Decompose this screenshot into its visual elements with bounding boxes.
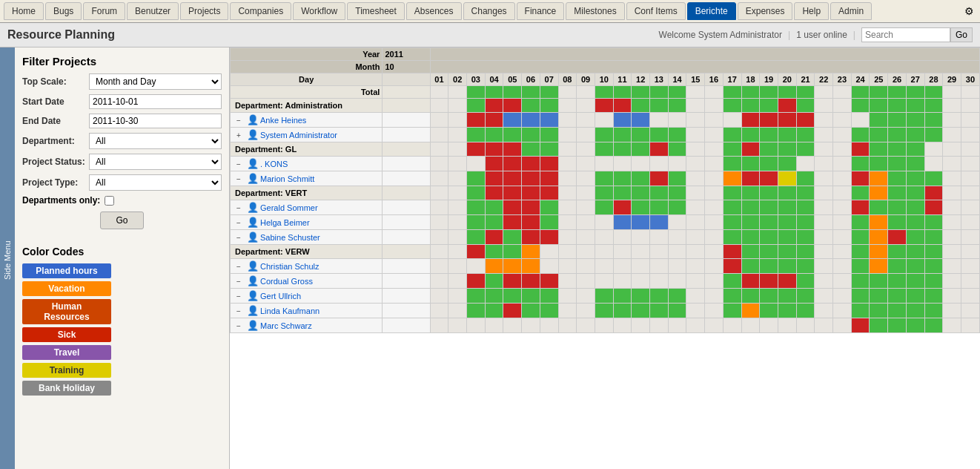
day-cell — [833, 186, 852, 200]
day-cell — [815, 113, 833, 128]
dept-row: Department: Administration — [231, 99, 980, 113]
day-cell — [906, 230, 924, 245]
person-link[interactable]: Linda Kaufmann — [260, 306, 320, 315]
day-cell — [430, 289, 448, 304]
day-cell — [943, 259, 961, 274]
top-scale-select[interactable]: Month and Day Month Week and Day — [89, 73, 222, 90]
tab-companies[interactable]: Companies — [230, 2, 291, 20]
expand-button[interactable]: − — [236, 204, 245, 212]
tab-benutzer[interactable]: Benutzer — [127, 2, 179, 20]
expand-button[interactable]: − — [236, 160, 245, 168]
project-type-select[interactable]: All — [89, 174, 222, 191]
day-cell — [851, 86, 870, 99]
tab-home[interactable]: Home — [4, 2, 44, 20]
online-count: 1 user online — [796, 30, 847, 40]
end-date-input[interactable] — [89, 114, 222, 128]
day-cell — [448, 157, 467, 171]
day-cell — [741, 318, 760, 333]
search-input[interactable] — [861, 27, 950, 42]
person-link[interactable]: Helga Beimer — [260, 218, 310, 227]
side-menu-tab[interactable]: Side Menu — [0, 47, 15, 469]
day-cell — [577, 86, 595, 99]
person-link[interactable]: Gerald Sommer — [260, 203, 318, 212]
day-cell — [503, 245, 522, 259]
person-link[interactable]: . KONS — [260, 160, 288, 168]
expand-button[interactable]: − — [236, 278, 245, 286]
tab-admin[interactable]: Admin — [830, 2, 872, 20]
day-cell — [632, 171, 650, 186]
day-cell — [430, 186, 448, 200]
expand-button[interactable]: − — [236, 234, 245, 242]
day-header-12: 12 — [632, 73, 650, 86]
tab-finance[interactable]: Finance — [517, 2, 565, 20]
day-cell — [522, 128, 540, 142]
person-link[interactable]: System Administrator — [260, 131, 337, 140]
person-link[interactable]: Anke Heines — [260, 116, 306, 125]
tab-berichte[interactable]: Berichte — [687, 2, 736, 20]
expand-button[interactable]: − — [236, 322, 245, 330]
day-cell — [558, 157, 577, 171]
person-link[interactable]: Sabine Schuster — [260, 233, 320, 242]
day-header-26: 26 — [888, 73, 907, 86]
day-cell — [796, 215, 815, 230]
dept-row: Department: VERW — [231, 245, 980, 259]
department-select[interactable]: All — [89, 133, 222, 149]
person-link[interactable]: Marc Schwarz — [260, 321, 312, 330]
tab-milestones[interactable]: Milestones — [566, 2, 624, 20]
expand-button[interactable]: − — [236, 175, 245, 183]
expand-button[interactable]: − — [236, 117, 245, 125]
wrench-icon[interactable]: ⚙ — [961, 5, 977, 17]
person-link[interactable]: Christian Schulz — [260, 262, 319, 271]
day-cell — [668, 128, 686, 142]
tab-timesheet[interactable]: Timesheet — [347, 2, 405, 20]
dept-only-checkbox[interactable] — [105, 196, 114, 206]
filter-go-button[interactable]: Go — [100, 211, 143, 229]
day-cell — [448, 289, 467, 304]
tab-forum[interactable]: Forum — [83, 2, 125, 20]
person-link[interactable]: Gert Ullrich — [260, 292, 301, 301]
person-link[interactable]: Cordual Gross — [260, 277, 313, 286]
tab-bugs[interactable]: Bugs — [45, 2, 82, 20]
day-cell — [760, 113, 778, 128]
tab-workflow[interactable]: Workflow — [293, 2, 345, 20]
tab-projects[interactable]: Projects — [180, 2, 228, 20]
tab-help[interactable]: Help — [794, 2, 829, 20]
day-cell — [741, 304, 760, 318]
day-cell — [888, 318, 907, 333]
expand-button[interactable]: − — [236, 219, 245, 227]
day-cell — [851, 215, 870, 230]
day-cell — [943, 318, 961, 333]
day-cell — [613, 200, 632, 215]
expand-button[interactable]: − — [236, 292, 245, 301]
day-cell — [760, 171, 778, 186]
day-cell — [778, 318, 796, 333]
day-cell — [430, 157, 448, 171]
day-cell — [723, 157, 741, 171]
day-cell — [686, 99, 705, 113]
day-cell — [650, 274, 669, 289]
day-cell — [467, 200, 486, 215]
search-go-button[interactable]: Go — [950, 27, 973, 42]
tab-conf-items[interactable]: Conf Items — [626, 2, 686, 20]
tab-changes[interactable]: Changes — [463, 2, 515, 20]
start-date-label: Start Date — [22, 96, 89, 107]
day-cell — [668, 259, 686, 274]
expand-button[interactable]: − — [236, 307, 245, 315]
day-cell — [778, 186, 796, 200]
day-header-27: 27 — [906, 73, 924, 86]
person-link[interactable]: Marion Schmitt — [260, 174, 314, 183]
tab-absences[interactable]: Absences — [406, 2, 462, 20]
project-status-select[interactable]: All — [89, 154, 222, 170]
person-row: −👤Gerald Sommer — [231, 200, 980, 215]
day-cell — [467, 86, 486, 99]
day-cell — [577, 128, 595, 142]
day-cell — [540, 113, 558, 128]
tab-expenses[interactable]: Expenses — [738, 2, 793, 20]
day-cell — [467, 186, 486, 200]
day-cell — [943, 86, 961, 99]
day-cell — [430, 86, 448, 99]
start-date-input[interactable] — [89, 94, 222, 109]
day-cell — [943, 113, 961, 128]
expand-button[interactable]: − — [236, 263, 245, 271]
expand-button[interactable]: + — [236, 131, 245, 140]
